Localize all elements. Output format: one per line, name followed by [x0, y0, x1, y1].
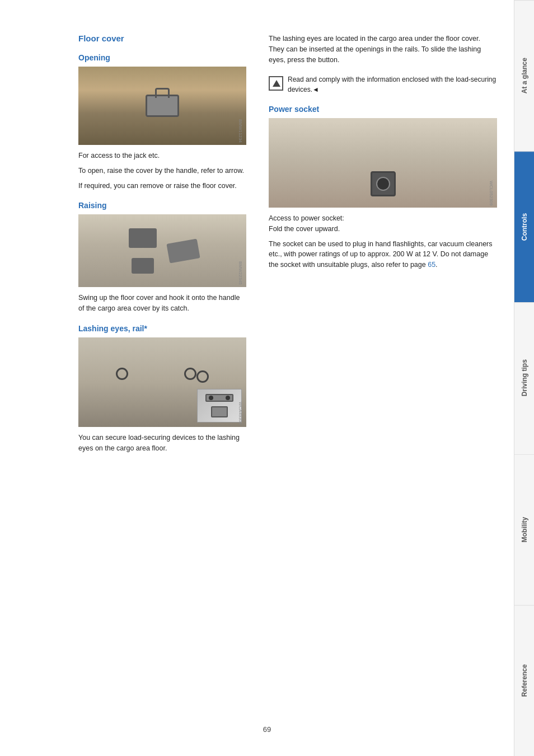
- sidebar: At a glance Controls Driving tips Mobili…: [514, 0, 534, 756]
- right-intro-text: The lashing eyes are located in the carg…: [269, 34, 497, 65]
- lashing-hooks-row: [116, 368, 196, 380]
- raise-box-3: [166, 238, 200, 263]
- main-content: Floor cover Opening BMW11234 For access …: [0, 0, 514, 756]
- sidebar-tab-driving-tips[interactable]: Driving tips: [514, 302, 534, 453]
- sidebar-tab-controls[interactable]: Controls: [514, 151, 534, 302]
- note-text: Read and comply with the information enc…: [288, 75, 497, 95]
- raise-box-2: [132, 258, 154, 274]
- lashing-inset-image: [197, 389, 242, 422]
- power-description: The socket can be used to plug in hand f…: [269, 239, 497, 270]
- right-column: The lashing eyes are located in the carg…: [263, 34, 497, 722]
- power-socket-section: Power socket WCL052309 Access to power s…: [269, 105, 497, 270]
- opening-section: Opening BMW11234 For access to the jack …: [78, 53, 246, 191]
- opening-image: BMW11234: [78, 67, 246, 145]
- opening-text-1: For access to the jack etc.: [78, 151, 246, 161]
- socket-inner: [376, 177, 390, 191]
- lashing-hook-2: [184, 368, 196, 380]
- sidebar-tab-at-a-glance[interactable]: At a glance: [514, 0, 534, 151]
- raising-image-inner: [78, 214, 246, 287]
- lashing-text: You can secure load-securing devices to …: [78, 433, 246, 454]
- power-image-inner: [269, 118, 497, 208]
- sidebar-tab-reference[interactable]: Reference: [514, 605, 534, 756]
- left-column: Floor cover Opening BMW11234 For access …: [78, 34, 246, 722]
- page-container: Floor cover Opening BMW11234 For access …: [0, 0, 534, 756]
- raising-section: Raising BMW22345 Swing up the floor cove…: [78, 201, 246, 314]
- lashing-inset-inner: [205, 394, 233, 417]
- raise-box-1: [129, 228, 157, 248]
- opening-text-3: If required, you can remove or raise the…: [78, 181, 246, 191]
- rail-shape: [205, 394, 233, 402]
- power-access-text: Access to power socket:Fold the cover up…: [269, 213, 497, 234]
- opening-text-2: To open, raise the cover by the handle, …: [78, 166, 246, 176]
- image-watermark-raising: BMW22345: [238, 261, 243, 285]
- raising-text: Swing up the floor cover and hook it ont…: [78, 293, 246, 314]
- power-socket-title: Power socket: [269, 105, 497, 114]
- power-page-link[interactable]: 65: [428, 261, 435, 269]
- image-watermark-power: WCL052309: [489, 181, 494, 205]
- note-icon: [269, 76, 283, 91]
- main-title: Floor cover: [78, 34, 246, 43]
- lashing-hook-3: [196, 370, 209, 383]
- socket-shape: [371, 171, 396, 196]
- opening-image-inner: [78, 67, 246, 145]
- lashing-hook-1: [116, 368, 128, 380]
- raising-image: BMW22345: [78, 214, 246, 287]
- rail-connector: [211, 406, 228, 417]
- opening-title: Opening: [78, 53, 246, 62]
- page-number: 69: [263, 725, 271, 734]
- lashing-title: Lashing eyes, rail*: [78, 324, 246, 333]
- image-watermark-opening: BMW11234: [238, 119, 243, 143]
- note-triangle-icon: [273, 80, 280, 87]
- handle-illustration: [146, 95, 179, 117]
- lashing-image: WCA49304: [78, 337, 246, 427]
- note-box: Read and comply with the information enc…: [269, 75, 497, 95]
- lashing-section: Lashing eyes, rail*: [78, 324, 246, 454]
- sidebar-tab-mobility[interactable]: Mobility: [514, 454, 534, 605]
- lashing-hooks-row2: [196, 370, 209, 383]
- raising-title: Raising: [78, 201, 246, 210]
- image-watermark-lashing: WCA49304: [238, 402, 243, 425]
- power-socket-image: WCL052309: [269, 118, 497, 208]
